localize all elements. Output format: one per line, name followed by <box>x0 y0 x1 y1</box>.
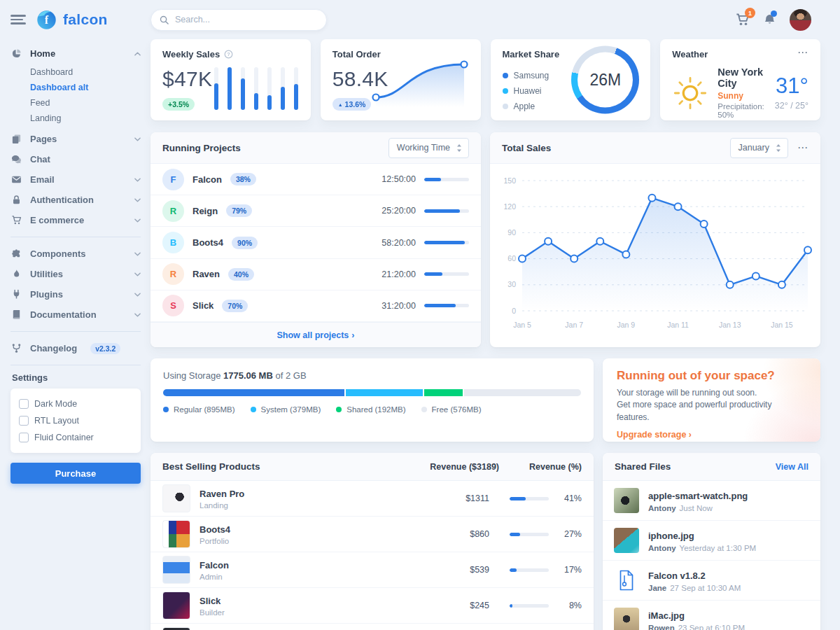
file-meta: Jane27 Sep at 10:30 AM <box>648 584 741 592</box>
weekly-sales-card: Weekly Sales ? $47K +3.5% <box>150 39 311 120</box>
question-circle-icon[interactable]: ? <box>224 50 233 59</box>
file-row-imac-jpg: iMac.jpgRowen23 Sep at 6:10 PM <box>603 601 820 630</box>
svg-text:0: 0 <box>512 307 516 315</box>
email-icon <box>10 174 22 185</box>
weather-range: 32° / 25° <box>775 101 808 111</box>
sidebar-item-dashboard-alt[interactable]: Dashboard alt <box>10 80 141 95</box>
product-progress-bar <box>510 533 549 536</box>
chevron-down-icon <box>134 252 141 256</box>
sidebar-item-email[interactable]: Email <box>10 169 141 190</box>
product-revenue: $245 <box>430 601 489 610</box>
sidebar-item-components[interactable]: Components <box>10 244 141 264</box>
bar-fill <box>241 78 245 110</box>
product-info: FalconAdmin <box>200 559 421 581</box>
checkbox-rtl-layout[interactable] <box>19 416 29 426</box>
sidebar-item-documentation[interactable]: Documentation <box>10 304 141 325</box>
product-name-link[interactable]: Raven Pro <box>200 489 244 499</box>
checkbox-dark-mode[interactable] <box>19 399 29 409</box>
app-logo[interactable]: f falcon <box>35 8 108 31</box>
product-category: Builder <box>200 608 421 617</box>
sidebar-item-landing[interactable]: Landing <box>10 111 141 126</box>
product-revenue: $860 <box>430 529 489 539</box>
svg-text:120: 120 <box>503 202 516 211</box>
sidebar-divider <box>10 237 141 237</box>
product-percent: 41% <box>558 493 582 503</box>
sidebar-item-changelog[interactable]: Changelogv2.3.2 <box>10 338 141 358</box>
product-name-link[interactable]: Boots4 <box>200 524 230 535</box>
file-row-falcon-v1-8-2: Falcon v1.8.2Jane27 Sep at 10:30 AM <box>603 561 820 601</box>
working-time-select[interactable]: Working Time <box>388 138 469 158</box>
sidebar-item-utilities[interactable]: Utilities <box>10 264 141 284</box>
sidebar-item-authentication[interactable]: Authentication <box>10 190 141 210</box>
sidebar-item-feed[interactable]: Feed <box>10 95 141 111</box>
chevron-down-icon <box>134 293 141 297</box>
project-row-falcon: FFalcon38%12:50:00 <box>150 164 481 195</box>
product-name-link[interactable]: Slick <box>200 596 220 606</box>
project-row-raven: RRaven40%21:20:00 <box>150 259 481 290</box>
file-name-link[interactable]: iMac.jpg <box>648 610 685 621</box>
bar-fill <box>281 87 285 110</box>
notifications-bell-button[interactable] <box>763 13 776 27</box>
space-title: Running out of your space? <box>617 369 806 383</box>
show-all-projects-link[interactable]: Show all projects› <box>150 322 481 347</box>
user-avatar[interactable] <box>790 9 811 31</box>
product-row-falcon: FalconAdmin$53917% <box>150 552 594 588</box>
upgrade-storage-link[interactable]: Upgrade storage › <box>617 430 692 440</box>
product-revenue: $1311 <box>430 493 489 503</box>
project-name-link[interactable]: Raven <box>192 269 220 279</box>
dots-menu-icon[interactable]: ⋯ <box>797 49 808 56</box>
project-name-link[interactable]: Reign <box>192 206 218 216</box>
weekly-sales-bar-chart <box>214 67 298 110</box>
sidebar-item-pages[interactable]: Pages <box>10 129 141 149</box>
weather-city: New York City <box>718 66 766 89</box>
view-all-link[interactable]: View All <box>776 462 808 472</box>
chevron-right-icon: › <box>689 430 692 440</box>
file-user: Rowen <box>648 624 675 630</box>
product-name-link[interactable]: Falcon <box>200 560 229 570</box>
logo-text: falcon <box>63 11 108 28</box>
product-progress-fill <box>510 604 512 608</box>
bar-track <box>227 67 232 110</box>
puzzle-icon <box>10 248 22 259</box>
month-select[interactable]: January <box>730 138 788 158</box>
updown-arrows-icon <box>456 144 462 152</box>
shared-files-card: Shared Files View All apple-smart-watch.… <box>603 453 820 630</box>
caret-up-icon: ▲ <box>338 102 343 107</box>
weekly-sales-change-badge: +3.5% <box>162 98 195 111</box>
dots-menu-icon[interactable]: ⋯ <box>797 144 808 151</box>
purchase-button[interactable]: Purchase <box>10 463 141 484</box>
products-col-pct: Revenue (%) <box>499 462 582 472</box>
sun-icon <box>672 75 708 111</box>
project-name-link[interactable]: Boots4 <box>192 237 223 248</box>
product-category: Portfolio <box>200 537 421 545</box>
project-avatar: B <box>162 232 184 253</box>
project-percent-badge: 79% <box>226 204 252 217</box>
bar-fill <box>294 84 298 110</box>
file-name-link[interactable]: apple-smart-watch.png <box>648 491 748 501</box>
market-share-donut-chart: 26M <box>571 46 639 114</box>
main-content: Weekly Sales ? $47K +3.5% Total Order 58… <box>150 39 820 630</box>
sidebar-item-chat[interactable]: Chat <box>10 149 141 169</box>
sidebar-item-plugins[interactable]: Plugins <box>10 284 141 304</box>
file-name-link[interactable]: Falcon v1.8.2 <box>648 570 706 581</box>
bar-fill <box>267 95 272 110</box>
project-name-link[interactable]: Slick <box>192 300 214 311</box>
project-avatar: R <box>162 263 184 285</box>
project-time: 58:20:00 <box>382 238 416 248</box>
svg-text:Jan 13: Jan 13 <box>719 321 741 329</box>
menu-toggle-icon[interactable] <box>10 10 26 30</box>
search-input[interactable] <box>174 14 318 25</box>
sidebar-item-e-commerce[interactable]: E commerce <box>10 210 141 230</box>
project-name-link[interactable]: Falcon <box>192 174 222 185</box>
sidebar-item-label: Chat <box>30 154 50 164</box>
svg-text:Jan 15: Jan 15 <box>771 321 793 329</box>
sidebar-item-dashboard[interactable]: Dashboard <box>10 64 141 80</box>
product-thumbnail <box>162 592 190 620</box>
checkbox-fluid-container[interactable] <box>19 433 29 442</box>
sidebar-item-home[interactable]: Home <box>10 43 141 64</box>
legend-label: Shared (192MB) <box>346 405 405 414</box>
search-box[interactable] <box>150 9 327 31</box>
file-info: iphone.jpgAntonyYesterday at 1:30 PM <box>648 529 756 552</box>
file-name-link[interactable]: iphone.jpg <box>648 531 694 541</box>
cart-button[interactable]: 1 <box>735 13 750 27</box>
